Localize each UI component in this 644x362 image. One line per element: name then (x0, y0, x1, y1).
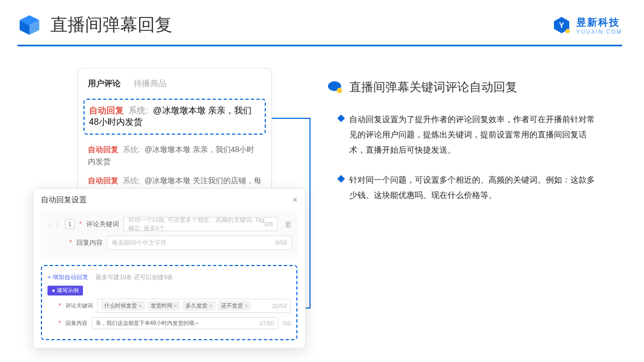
panel-title: 自动回复设置 (41, 195, 87, 205)
row-number: 1 (65, 219, 75, 229)
left-column: 用户评论 待播商品 自动回复 系统: @冰墩墩本墩 亲亲，我们48小时内发货 自… (33, 68, 306, 225)
ex-keyword-label: 评论关键词 (65, 302, 93, 310)
bullet-text: 针对同一个问题，可设置多个相近的、高频的关键词。例如：这款多少钱、这块能优惠吗、… (349, 172, 600, 203)
bullet-item: 针对同一个问题，可设置多个相近的、高频的关键词。例如：这款多少钱、这块能优惠吗、… (327, 172, 622, 203)
svg-text:Y: Y (559, 21, 564, 29)
auto-reply-tag: 自动回复 (89, 106, 124, 115)
keyword-row: ⋮⋮ 1 * 评论关键词 对同一个问题, 可设置多个相近、高频的关键词, Tag… (46, 217, 292, 231)
ex-keyword-input[interactable]: 什么时候发货× 发货时间× 多久发货× 还不发货× 20/50 (97, 299, 291, 313)
tabs: 用户评论 待播商品 (78, 79, 271, 96)
brand-logo: Y 昱新科技 YUUXIN.COM (552, 16, 622, 35)
brand-cn: 昱新科技 (576, 16, 620, 29)
trash-icon[interactable]: 🗑 (284, 220, 292, 228)
example-badge: ● 填写示例 (47, 286, 83, 295)
cube-icon (17, 13, 41, 37)
close-icon[interactable]: × (293, 195, 297, 205)
section-title: 直播间弹幕关键词评论自动回复 (349, 79, 517, 95)
auto-reply-tag: 自动回复 (88, 145, 118, 154)
tag-chip[interactable]: 还不发货× (218, 301, 251, 311)
tag-chip[interactable]: 什么时候发货× (101, 301, 145, 311)
keyword-count: 0/8 (265, 221, 273, 227)
page-title: 直播间弹幕回复 (50, 13, 172, 37)
brand-text: 昱新科技 YUUXIN.COM (576, 16, 622, 35)
content-placeholder: 每条限50个中文字符 (112, 239, 166, 247)
bullet-item: 自动回复设置为了提升作者的评论回复效率，作者可在开播前针对常见的评论用户问题，提… (327, 112, 622, 157)
ex-content-input[interactable]: 亲，我们这边都是下单48小时内发货的哦～ 37/50 (92, 317, 278, 329)
header-left: 直播间弹幕回复 (17, 13, 172, 37)
required-dot: * (58, 302, 61, 310)
system-tag: 系统: (123, 145, 140, 154)
chat-bubble-icon (327, 81, 343, 94)
brand-en: YUUXIN.COM (576, 29, 622, 35)
system-tag: 系统: (123, 176, 140, 185)
content: 用户评论 待播商品 自动回复 系统: @冰墩墩本墩 亲亲，我们48小时内发货 自… (0, 46, 644, 225)
add-auto-reply-link[interactable]: + 增加自动回复 (47, 274, 88, 280)
tag-remove-icon: × (209, 303, 212, 309)
auto-reply-tag: 自动回复 (88, 176, 118, 185)
highlighted-comment: 自动回复 系统: @冰墩墩本墩 亲亲，我们48小时内发货 (84, 99, 266, 135)
panel-header: 自动回复设置 × (41, 195, 297, 205)
svg-point-5 (565, 29, 570, 33)
section-head: 直播间弹幕关键词评论自动回复 (327, 79, 622, 95)
content-count: 0/50 (276, 239, 287, 246)
tab-user-comments[interactable]: 用户评论 (88, 79, 121, 89)
example-keyword-row: * 评论关键词 什么时候发货× 发货时间× 多久发货× 还不发货× 20/50 (47, 299, 291, 313)
svg-point-7 (337, 88, 342, 93)
ex-content-text: 亲，我们这边都是下单48小时内发货的哦～ (96, 319, 200, 327)
tag-chip[interactable]: 发货时间× (147, 301, 181, 311)
example-content-row: * 回复内容 亲，我们这边都是下单48小时内发货的哦～ 37/50 /50 (47, 317, 291, 329)
content-label: 回复内容 (76, 238, 103, 248)
tag-remove-icon: × (245, 303, 248, 309)
tab-pending-goods[interactable]: 待播商品 (134, 79, 166, 89)
required-dot: * (58, 319, 61, 327)
ex-content-label: 回复内容 (65, 319, 87, 327)
keyword-placeholder: 对同一个问题, 可设置多个相近、高频的关键词, Tag确定, 最多5个 (128, 216, 265, 232)
form-block: ⋮⋮ 1 * 评论关键词 对同一个问题, 可设置多个相近、高频的关键词, Tag… (41, 212, 297, 260)
diamond-bullet-icon (337, 175, 345, 183)
add-row: + 增加自动回复 最多可建10条 还可以创建9条 (47, 272, 291, 281)
tag-remove-icon: × (139, 303, 142, 309)
outer-count: /50 (283, 320, 291, 327)
ex-content-count: 37/50 (259, 320, 275, 327)
comment-line: 自动回复 系统: @冰墩墩本墩 亲亲，我们48小时内发货 (78, 140, 271, 171)
example-box: + 增加自动回复 最多可建10条 还可以创建9条 ● 填写示例 * 评论关键词 … (41, 265, 297, 340)
keyword-label: 评论关键词 (86, 220, 119, 229)
content-row: * 回复内容 每条限50个中文字符 0/50 (46, 236, 292, 250)
bullet-text: 自动回复设置为了提升作者的评论回复效率，作者可在开播前针对常见的评论用户问题，提… (349, 112, 600, 157)
right-column: 直播间弹幕关键词评论自动回复 自动回复设置为了提升作者的评论回复效率，作者可在开… (327, 68, 622, 225)
tag-chip[interactable]: 多久发货× (182, 301, 216, 311)
hex-icon: Y (552, 16, 571, 34)
tag-remove-icon: × (174, 303, 177, 309)
system-tag: 系统: (128, 106, 148, 115)
keyword-input[interactable]: 对同一个问题, 可设置多个相近、高频的关键词, Tag确定, 最多5个 0/8 (123, 217, 278, 231)
ex-kw-count: 20/50 (272, 303, 287, 309)
required-dot: * (79, 220, 82, 228)
required-dot: * (69, 239, 72, 246)
drag-handle-icon[interactable]: ⋮⋮ (46, 220, 61, 228)
content-input[interactable]: 每条限50个中文字符 0/50 (107, 236, 292, 250)
page-header: 直播间弹幕回复 Y 昱新科技 YUUXIN.COM (0, 0, 644, 37)
settings-panel: 自动回复设置 × ⋮⋮ 1 * 评论关键词 对同一个问题, 可设置多个相近、高频… (33, 188, 306, 348)
diamond-bullet-icon (337, 114, 345, 122)
add-note: 最多可建10条 还可以创建9条 (96, 274, 173, 280)
